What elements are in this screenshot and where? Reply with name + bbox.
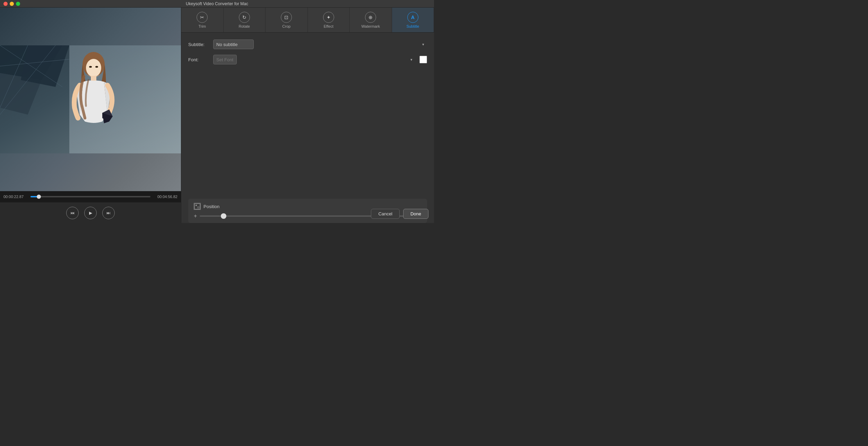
- font-select[interactable]: Set Font: [213, 55, 237, 64]
- svg-point-11: [86, 59, 101, 77]
- svg-rect-17: [194, 204, 200, 209]
- tool-subtitle[interactable]: A Subtitle: [392, 8, 434, 32]
- rotate-label: Rotate: [239, 24, 250, 28]
- play-icon: ▶: [89, 211, 92, 215]
- crop-label: Crop: [282, 24, 290, 28]
- controls-area: ⏮ ▶ ⏭: [0, 202, 181, 223]
- svg-rect-19: [198, 207, 199, 208]
- done-button[interactable]: Done: [403, 209, 428, 219]
- font-color-swatch[interactable]: [419, 56, 427, 63]
- svg-rect-18: [196, 205, 197, 206]
- progress-track[interactable]: [31, 196, 150, 197]
- position-title: Position: [203, 204, 219, 209]
- watermark-icon: ⊕: [365, 12, 376, 23]
- svg-point-12: [89, 66, 92, 68]
- subtitle-icon: A: [407, 12, 418, 23]
- next-icon: ⏭: [106, 211, 111, 215]
- crop-icon: ⊡: [281, 12, 292, 23]
- bottom-actions: Cancel Done: [371, 209, 428, 219]
- font-field-label: Font:: [188, 57, 209, 62]
- subtitle-label: Subtitle: [406, 24, 419, 28]
- tool-trim[interactable]: ✂ Trim: [181, 8, 224, 32]
- left-panel: 00:00:22.87 00:04:56.82 ⏮ ▶ ⏭: [0, 8, 181, 223]
- subtitle-row: Subtitle: No subtitle Add subtitle file.…: [188, 39, 427, 49]
- settings-panel: Subtitle: No subtitle Add subtitle file.…: [181, 33, 434, 199]
- video-frame: [0, 8, 181, 191]
- progress-thumb[interactable]: [37, 195, 41, 199]
- toolbar: ✂ Trim ↻ Rotate ⊡ Crop ✦ Effect ⊕ Waterm…: [181, 8, 434, 33]
- minimize-button[interactable]: [10, 2, 14, 6]
- window-controls[interactable]: [3, 2, 20, 6]
- close-button[interactable]: [3, 2, 8, 6]
- time-total: 00:04:56.82: [153, 195, 177, 199]
- tool-rotate[interactable]: ↻ Rotate: [224, 8, 266, 32]
- subtitle-field-label: Subtitle:: [188, 42, 209, 47]
- progress-area: 00:00:22.87 00:04:56.82: [0, 191, 181, 202]
- tool-crop[interactable]: ⊡ Crop: [266, 8, 308, 32]
- tool-watermark[interactable]: ⊕ Watermark: [350, 8, 392, 32]
- prev-button[interactable]: ⏮: [66, 207, 79, 219]
- position-icon: [194, 203, 201, 210]
- trim-icon: ✂: [197, 12, 208, 23]
- main-layout: 00:00:22.87 00:04:56.82 ⏮ ▶ ⏭ ✂: [0, 8, 434, 223]
- video-area: [0, 8, 181, 191]
- app-title: Ukeysoft Video Converter for Mac: [186, 1, 248, 6]
- rotate-icon: ↻: [239, 12, 250, 23]
- play-button[interactable]: ▶: [84, 207, 97, 219]
- effect-label: Effect: [324, 24, 333, 28]
- trim-label: Trim: [198, 24, 206, 28]
- position-minus-button[interactable]: +: [194, 213, 197, 219]
- titlebar: Ukeysoft Video Converter for Mac: [0, 0, 434, 8]
- effect-icon: ✦: [323, 12, 334, 23]
- subtitle-select-wrapper: No subtitle Add subtitle file...: [213, 39, 427, 49]
- prev-icon: ⏮: [70, 211, 75, 215]
- time-current: 00:00:22.87: [3, 195, 28, 199]
- font-select-wrapper: Set Font: [213, 55, 415, 64]
- cancel-button[interactable]: Cancel: [371, 209, 399, 219]
- font-row: Font: Set Font: [188, 55, 427, 64]
- subtitle-select[interactable]: No subtitle Add subtitle file...: [213, 39, 254, 49]
- right-panel: ✂ Trim ↻ Rotate ⊡ Crop ✦ Effect ⊕ Waterm…: [181, 8, 434, 223]
- watermark-label: Watermark: [362, 24, 380, 28]
- video-preview: [0, 8, 181, 191]
- tool-effect[interactable]: ✦ Effect: [308, 8, 350, 32]
- next-button[interactable]: ⏭: [102, 207, 115, 219]
- maximize-button[interactable]: [16, 2, 20, 6]
- svg-point-13: [95, 66, 98, 68]
